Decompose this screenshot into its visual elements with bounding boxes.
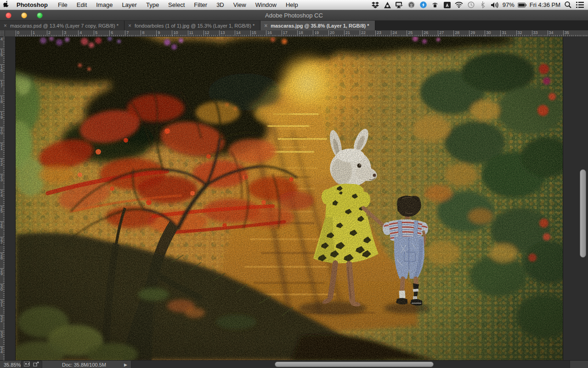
tab-label: fondoarboles (1 of 1).jpg @ 15.3% (Layer…	[135, 23, 254, 29]
tab-label: mascaras.psd @ 13.4% (Layer 7 copy, RGB/…	[10, 23, 119, 29]
display-sharing-icon[interactable]	[395, 1, 404, 9]
canvas-mascaras-jpg[interactable]	[16, 37, 563, 360]
vertical-ruler[interactable]: 1415161718192021222324252627282930313233…	[0, 37, 5, 360]
status-icon-well	[21, 361, 42, 368]
ruler-cursor-indicator	[0, 245, 5, 245]
share-icon[interactable]	[33, 362, 40, 368]
ruler-cursor-indicator	[314, 30, 315, 37]
flash-badge-icon[interactable]	[419, 1, 428, 9]
volume-icon[interactable]	[491, 1, 499, 9]
bluetooth-icon[interactable]	[479, 1, 487, 9]
horizontal-ruler[interactable]: 0123456789101112131415161718192021222324…	[5, 30, 588, 37]
minimize-window-button[interactable]	[21, 12, 27, 18]
zoom-window-button[interactable]	[37, 12, 43, 18]
macos-menu-bar: PhotoshopFileEditImageLayerTypeSelectFil…	[0, 0, 588, 10]
battery-icon	[518, 1, 526, 9]
headphones-icon[interactable]	[407, 1, 416, 9]
close-tab-icon[interactable]: ×	[4, 23, 7, 29]
menu-item[interactable]: Filter	[189, 1, 212, 8]
tab-mascaras-jpg-active[interactable]: × mascaras.jpg @ 35.8% (Layer 1, RGB/8) …	[260, 21, 375, 30]
photoshop-title-bar: Adobe Photoshop CC	[0, 10, 588, 21]
window-resize-corner[interactable]	[570, 361, 588, 368]
menu-item[interactable]: Edit	[72, 1, 91, 8]
notification-center-icon[interactable]	[576, 1, 584, 9]
vignette	[16, 37, 563, 360]
ruler-origin-box[interactable]	[0, 30, 5, 37]
menu-item[interactable]: 3D	[212, 1, 229, 8]
battery-percent: 97%	[503, 1, 514, 8]
spotlight-icon[interactable]	[564, 1, 572, 9]
zoom-level-field[interactable]: 35.85%	[0, 362, 21, 368]
dropbox-icon[interactable]	[371, 1, 380, 9]
menu-item[interactable]: Photoshop	[12, 1, 53, 8]
doc-size-info[interactable]: Doc: 35.8M/100.5M	[48, 362, 120, 368]
tab-label: mascaras.jpg @ 35.8% (Layer 1, RGB/8) *	[271, 23, 369, 29]
menu-item[interactable]: Layer	[117, 1, 141, 8]
menu-item[interactable]: Help	[281, 1, 303, 8]
sync-gear-icon[interactable]	[24, 362, 30, 368]
menu-bar-clock[interactable]: Fri 4:36 PM	[530, 1, 560, 8]
horizontal-ruler-ticks	[16, 35, 588, 37]
window-title: Adobe Photoshop CC	[0, 12, 588, 19]
app-menus: PhotoshopFileEditImageLayerTypeSelectFil…	[12, 1, 303, 8]
vertical-ruler-ticks	[3, 37, 5, 360]
menu-item[interactable]: Window	[251, 1, 281, 8]
menu-item[interactable]: Image	[91, 1, 117, 8]
time-machine-icon[interactable]	[467, 1, 475, 9]
horizontal-scrollbar-thumb[interactable]	[275, 362, 434, 367]
avast-icon[interactable]	[383, 1, 392, 9]
tab-fondoarboles-jpg[interactable]: × fondoarboles (1 of 1).jpg @ 15.3% (Lay…	[124, 21, 260, 30]
status-bar-info-panel: 35.85% Doc: 35.8M/100.5M ▶	[0, 361, 131, 368]
apple-menu-icon[interactable]	[0, 1, 12, 9]
menu-item[interactable]: Type	[141, 1, 164, 8]
document-tab-bar: × mascaras.psd @ 13.4% (Layer 7 copy, RG…	[0, 21, 588, 30]
close-window-button[interactable]	[6, 12, 11, 18]
vertical-scrollbar-thumb[interactable]	[580, 169, 586, 258]
tab-mascaras-psd[interactable]: × mascaras.psd @ 13.4% (Layer 7 copy, RG…	[0, 21, 124, 30]
wifi-icon[interactable]	[455, 1, 464, 9]
menu-bar-status-area: 97% Fri 4:36 PM	[371, 1, 588, 9]
close-tab-icon[interactable]: ×	[128, 23, 131, 29]
status-bar-expand-arrow[interactable]: ▶	[120, 362, 131, 367]
painting-artwork	[16, 37, 563, 360]
menu-item[interactable]: View	[229, 1, 251, 8]
hotspot-lock-icon[interactable]	[431, 1, 440, 9]
close-tab-icon[interactable]: ×	[264, 23, 267, 29]
adobe-cc-icon[interactable]	[443, 1, 452, 9]
menu-item[interactable]: File	[53, 1, 72, 8]
menu-item[interactable]: Select	[164, 1, 189, 8]
